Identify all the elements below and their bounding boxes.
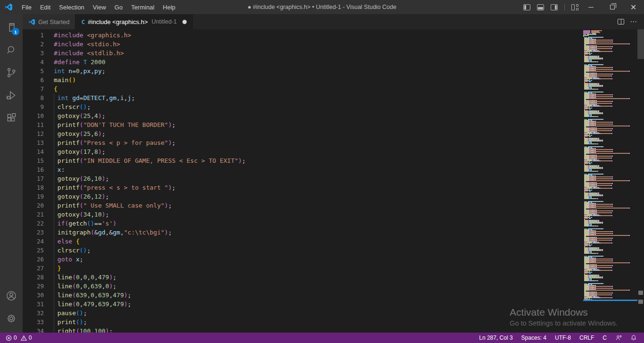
- tab-get-started[interactable]: Get Started: [23, 14, 75, 29]
- code-line[interactable]: 21 gotoxy(34,10);: [23, 210, 578, 219]
- menu-help[interactable]: Help: [158, 0, 180, 14]
- code-line[interactable]: 3#include <stdlib.h>: [23, 49, 578, 58]
- more-actions-icon[interactable]: ⋯: [630, 19, 637, 24]
- settings-gear-icon[interactable]: [0, 307, 23, 330]
- code-line[interactable]: 25 clrscr();: [23, 246, 578, 255]
- line-number: 21: [23, 210, 44, 219]
- code-line[interactable]: 32 pause();: [23, 309, 578, 318]
- code-text: #include <stdlib.h>: [44, 49, 124, 58]
- problems-indicator[interactable]: 0 0: [4, 335, 33, 341]
- code-text: #define T 2000: [44, 58, 106, 67]
- code-text: gotoxy(34,10);: [44, 210, 109, 219]
- customize-layout-icon[interactable]: [571, 4, 578, 10]
- code-line[interactable]: 24 else {: [23, 237, 578, 246]
- explorer-icon[interactable]: 1: [0, 16, 23, 39]
- menu-go[interactable]: Go: [110, 0, 127, 14]
- line-number: 10: [23, 111, 44, 120]
- code-line[interactable]: 29 line(0,0,639,0);: [23, 282, 578, 291]
- statusbar-encoding[interactable]: UTF-8: [553, 335, 573, 341]
- code-line[interactable]: 15 printf("IN MIDDLE OF GAME, PRESS < Es…: [23, 156, 578, 165]
- code-text: int gd=DETECT,gm,i,j;: [44, 93, 135, 102]
- source-control-icon[interactable]: [0, 61, 23, 84]
- code-text: gotoxy(25,4);: [44, 111, 106, 120]
- code-line[interactable]: 18 printf("press < s > to start ");: [23, 183, 578, 192]
- code-text: printf("press < s > to start ");: [44, 183, 175, 192]
- code-line[interactable]: 4#define T 2000: [23, 58, 578, 67]
- vscode-logo-icon: [28, 18, 35, 25]
- code-line[interactable]: 12 gotoxy(25,6);: [23, 129, 578, 138]
- code-line[interactable]: 7{: [23, 84, 578, 93]
- code-text: line(639,0,639,479);: [44, 291, 131, 300]
- menu-selection[interactable]: Selection: [55, 0, 88, 14]
- code-line[interactable]: 31 line(0,479,639,479);: [23, 300, 578, 309]
- code-line[interactable]: 5int n=0,px,py;: [23, 67, 578, 75]
- menu-edit[interactable]: Edit: [36, 0, 55, 14]
- menu-terminal[interactable]: Terminal: [127, 0, 158, 14]
- menu-view[interactable]: View: [89, 0, 110, 14]
- minimize-button[interactable]: [580, 0, 602, 14]
- toggle-sidebar-icon[interactable]: [523, 4, 530, 10]
- code-text: #include <graphics.h>: [44, 31, 131, 40]
- code-line[interactable]: 9 clrscr();: [23, 102, 578, 111]
- vscode-logo-icon: [4, 3, 13, 11]
- code-line[interactable]: 33 print();: [23, 318, 578, 326]
- code-line[interactable]: 28 line(0,0,0,479);: [23, 273, 578, 282]
- code-text: gotoxy(26,10);: [44, 174, 109, 183]
- accounts-icon[interactable]: [0, 284, 23, 307]
- code-line[interactable]: 34 right(100,100);: [23, 326, 578, 333]
- code-text: #include <stdio.h>: [44, 40, 120, 49]
- tab-dirty-indicator[interactable]: [182, 20, 187, 24]
- feedback-icon[interactable]: [613, 335, 624, 341]
- code-line[interactable]: 16 x:: [23, 165, 578, 174]
- code-line[interactable]: 19 gotoxy(26,12);: [23, 192, 578, 201]
- code-line[interactable]: 10 gotoxy(25,4);: [23, 111, 578, 120]
- code-line[interactable]: 14 gotoxy(17,8);: [23, 147, 578, 156]
- code-line[interactable]: 30 line(639,0,639,479);: [23, 291, 578, 300]
- close-button[interactable]: ✕: [623, 0, 644, 14]
- notifications-bell-icon[interactable]: [628, 335, 639, 341]
- code-line[interactable]: 1#include <graphics.h>: [23, 31, 578, 40]
- code-text: line(0,479,639,479);: [44, 300, 131, 309]
- code-line[interactable]: 22 if(getch()=='s'): [23, 219, 578, 228]
- statusbar-language-mode[interactable]: C: [600, 335, 609, 341]
- line-number: 27: [23, 264, 44, 273]
- extensions-icon[interactable]: [0, 107, 23, 129]
- code-text: clrscr();: [44, 102, 91, 111]
- line-number: 24: [23, 237, 44, 246]
- minimap[interactable]: [583, 30, 637, 300]
- code-line[interactable]: 8 int gd=DETECT,gm,i,j;: [23, 93, 578, 102]
- toggle-secondary-sidebar-icon[interactable]: [551, 4, 558, 10]
- tab-label: Get Started: [38, 18, 69, 25]
- code-line[interactable]: 17 gotoxy(26,10);: [23, 174, 578, 183]
- code-line[interactable]: 11 printf("DON'T TUCH THE BORDER");: [23, 120, 578, 129]
- code-line[interactable]: 6main(): [23, 75, 578, 84]
- run-debug-icon[interactable]: [0, 84, 23, 107]
- menu-bar: FileEditSelectionViewGoTerminalHelp: [17, 0, 180, 14]
- restore-button[interactable]: [602, 0, 623, 14]
- code-line[interactable]: 27 }: [23, 264, 578, 273]
- code-line[interactable]: 23 initgraph(&gd,&gm,"c:\tc\bgi");: [23, 228, 578, 237]
- code-line[interactable]: 26 goto x;: [23, 255, 578, 264]
- tab-description: Untitled-1: [152, 18, 177, 25]
- code-text: printf("Press < p > for pause");: [44, 138, 175, 147]
- tab-untitled-1[interactable]: C #include <graphics.h> Untitled-1: [75, 14, 193, 29]
- code-line[interactable]: 13 printf("Press < p > for pause");: [23, 138, 578, 147]
- code-text: printf("DON'T TUCH THE BORDER");: [44, 120, 175, 129]
- statusbar-indentation[interactable]: Spaces: 4: [519, 335, 549, 341]
- code-line[interactable]: 20 printf(" Use SMALL case only");: [23, 201, 578, 210]
- split-editor-icon[interactable]: [618, 19, 624, 25]
- line-number: 22: [23, 219, 44, 228]
- code-editor[interactable]: 1#include <graphics.h>2#include <stdio.h…: [23, 29, 644, 333]
- editor-scrollbar[interactable]: [637, 29, 644, 59]
- toggle-panel-icon[interactable]: [537, 4, 544, 10]
- code-line[interactable]: 2#include <stdio.h>: [23, 40, 578, 49]
- statusbar-cursor-position[interactable]: Ln 287, Col 3: [477, 335, 515, 341]
- line-number: 19: [23, 192, 44, 201]
- search-icon[interactable]: [0, 39, 23, 61]
- statusbar-eol-sequence[interactable]: CRLF: [577, 335, 596, 341]
- line-number: 11: [23, 120, 44, 129]
- code-text: printf("IN MIDDLE OF GAME, PRESS < Esc >…: [44, 156, 246, 165]
- code-text: clrscr();: [44, 246, 91, 255]
- menu-file[interactable]: File: [17, 0, 36, 14]
- code-pane[interactable]: 1#include <graphics.h>2#include <stdio.h…: [23, 31, 578, 333]
